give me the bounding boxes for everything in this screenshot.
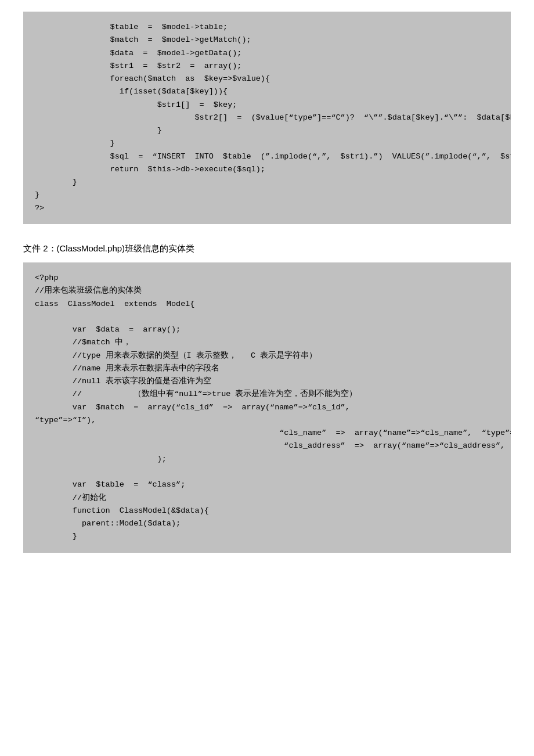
- code-block-1: $table = $model->table; $match = $model-…: [23, 12, 511, 224]
- page-content: $table = $model->table; $match = $model-…: [23, 12, 511, 553]
- section2-title: 文件 2：(ClassModel.php)班级信息的实体类: [23, 242, 511, 255]
- code-block-2: <?php //用来包装班级信息的实体类 class ClassModel ex…: [23, 262, 511, 553]
